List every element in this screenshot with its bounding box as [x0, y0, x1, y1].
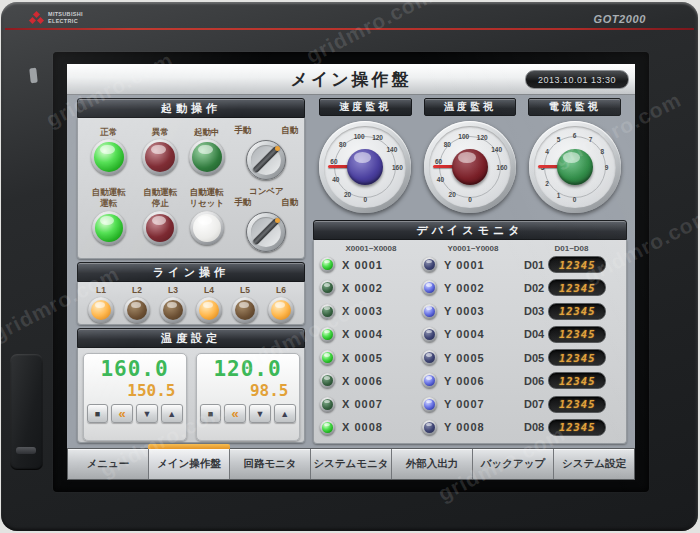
label-line: 自動運転 — [80, 187, 137, 198]
panel-title: 温度設定 — [77, 328, 305, 348]
startup-cell-label: 自動運転運転 — [80, 186, 137, 209]
shift-button[interactable]: « — [224, 404, 246, 423]
line-lamp-label: L5 — [240, 285, 250, 295]
gauge-tick-label: 100 — [354, 132, 365, 139]
y-label: Y 0002 — [444, 282, 485, 294]
gauge-tick-label: 120 — [477, 134, 488, 141]
gauge-tick-label: 0 — [573, 196, 577, 203]
y-lamp — [422, 327, 437, 342]
lamp-glass — [322, 352, 333, 363]
menu-tab[interactable]: バックアップ — [473, 449, 554, 479]
down-button[interactable]: ▼ — [249, 404, 271, 423]
x-label: X 0006 — [342, 375, 383, 387]
x-lamp — [320, 257, 335, 272]
menu-tab[interactable]: 回路モニタ — [230, 449, 311, 479]
line-lamp-cell: L1 — [88, 285, 114, 324]
gauge-tick-label: 20 — [449, 190, 456, 197]
up-button[interactable]: ▲ — [161, 404, 183, 423]
indicator-lamp — [190, 211, 224, 245]
table-row: X 0004Y 0004D0412345 — [320, 326, 626, 343]
switch-label-right: 自動 — [281, 125, 298, 137]
menu-tab-label: メニュー — [87, 457, 130, 471]
gauge-group: 速度監視020406080100120140160温度監視02040608010… — [313, 98, 627, 216]
label-line: 自動運転 — [183, 187, 231, 198]
gauge-meter: 020406080100120140160 — [319, 121, 411, 213]
line-lamp-label: L2 — [132, 285, 142, 295]
menu-tab[interactable]: システム設定 — [554, 449, 634, 479]
line-lamp-label: L4 — [204, 285, 214, 295]
switch-position-labels: 手動自動 — [234, 125, 298, 137]
x-device-cell: X 0004 — [320, 327, 422, 342]
lamp-glass — [146, 214, 174, 242]
startup-cell-label: コンベア手動自動 — [231, 186, 302, 209]
lamp-glass — [424, 352, 435, 363]
y-lamp — [422, 280, 437, 295]
y-label: Y 0001 — [444, 259, 485, 271]
line-lamp-cell: L5 — [232, 285, 258, 324]
menu-tab[interactable]: メイン操作盤 — [149, 449, 230, 479]
d-device-cell: D0312345 — [524, 303, 619, 320]
temp-button-row: ■«▼▲ — [197, 400, 299, 423]
rotary-switch[interactable] — [246, 212, 286, 252]
startup-lamp-cell: 自動運転運転 — [80, 186, 137, 245]
startup-cell-label: 自動運転リセット — [183, 186, 231, 209]
switch-position-labels: 手動自動 — [234, 197, 298, 209]
lamp-glass — [322, 375, 333, 386]
label-line: 異常 — [137, 127, 183, 138]
y-device-cell: Y 0008 — [422, 420, 524, 435]
gauge-tick-label: 140 — [386, 146, 397, 153]
y-label: Y 0005 — [444, 352, 485, 364]
d-device-cell: D0412345 — [524, 326, 619, 343]
label-line: 自動運転 — [137, 187, 183, 198]
menu-tab[interactable]: 外部入出力 — [392, 449, 473, 479]
startup-cell-label: 正常 — [80, 124, 137, 137]
line-lamp — [196, 297, 222, 323]
gauge-tick-label: 120 — [372, 134, 383, 141]
gauge-title: 速度監視 — [319, 98, 412, 116]
label-line: リセット — [183, 198, 231, 209]
y-device-cell: Y 0006 — [422, 373, 524, 388]
panel-title: デバイスモニタ — [313, 220, 627, 240]
d-value-display: 12345 — [548, 256, 606, 273]
gauge-tick-label: 100 — [458, 132, 469, 139]
d-label: D08 — [524, 421, 544, 433]
menu-tab[interactable]: システムモニタ — [311, 449, 392, 479]
x-device-cell: X 0002 — [320, 280, 422, 295]
menu-tab[interactable]: メニュー — [68, 449, 149, 479]
y-device-cell: Y 0004 — [422, 327, 524, 342]
label-line: 正常 — [80, 127, 137, 138]
startup-cell-label: 異常 — [137, 124, 183, 137]
lamp-glass — [271, 300, 291, 320]
lamp-glass — [322, 399, 333, 410]
gauge-tick-label: 80 — [444, 141, 451, 148]
menu-tab-label: システム設定 — [562, 457, 626, 471]
stop-button[interactable]: ■ — [87, 404, 109, 423]
y-label: Y 0004 — [444, 328, 485, 340]
ui-root: メイン操作盤 2013.10.01 13:30 起動操作 正常異常起動中手動自動… — [67, 64, 635, 480]
panel-startup-operation: 起動操作 正常異常起動中手動自動 自動運転運転自動運転停止自動運転リセットコンベ… — [77, 98, 305, 259]
shift-button[interactable]: « — [111, 404, 133, 423]
stop-button[interactable]: ■ — [200, 404, 222, 423]
gauge-tick-label: 6 — [573, 132, 577, 139]
lamp-glass — [91, 300, 111, 320]
gauge-title: 電流監視 — [528, 98, 621, 116]
y-lamp — [422, 257, 437, 272]
pv-value: 120.0 — [197, 357, 299, 381]
y-label: Y 0003 — [444, 305, 485, 317]
d-device-cell: D0712345 — [524, 396, 619, 413]
gauge-tick-label: 40 — [332, 176, 339, 183]
gauge-tick-label: 40 — [437, 176, 444, 183]
x-lamp — [320, 373, 335, 388]
x-device-cell: X 0006 — [320, 373, 422, 388]
label-line: 起動中 — [183, 127, 231, 138]
y-lamp — [422, 397, 437, 412]
label-line: 停止 — [137, 198, 183, 209]
x-device-cell: X 0001 — [320, 257, 422, 272]
down-button[interactable]: ▼ — [136, 404, 158, 423]
sd-card-slot-cover — [10, 354, 43, 470]
lamp-glass — [424, 306, 435, 317]
gauge-title: 温度監視 — [424, 98, 517, 116]
up-button[interactable]: ▲ — [274, 404, 296, 423]
panel-device-monitor: デバイスモニタ X0001~X0008 Y0001~Y0008 D01~D08 … — [313, 220, 627, 444]
rotary-switch[interactable] — [246, 140, 286, 180]
